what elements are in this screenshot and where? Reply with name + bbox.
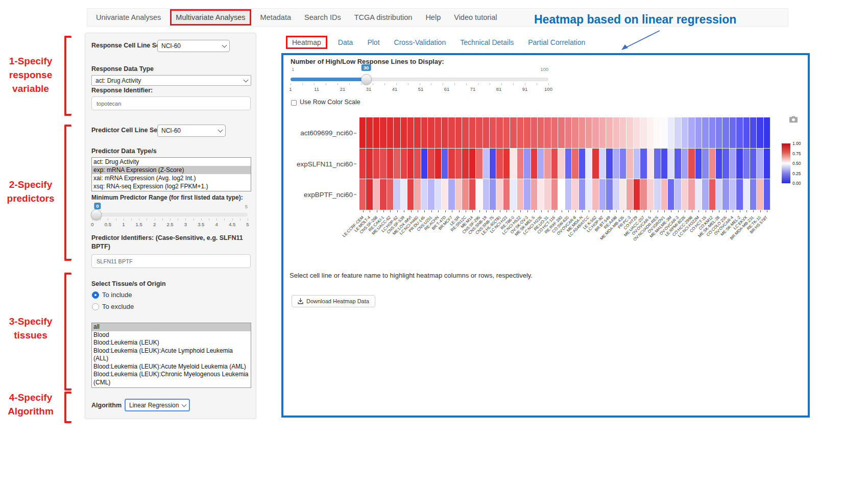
tissue-option[interactable]: Blood [92, 331, 251, 339]
heatmap-cell [551, 149, 558, 179]
heatmap-row-label[interactable]: expBPTF_nci60 [304, 190, 353, 198]
heatmap-cell [674, 149, 681, 179]
heatmap-cell [640, 179, 647, 210]
heatmap-cell [722, 117, 729, 148]
heatmap-cell [442, 179, 448, 210]
heatmap-row [359, 117, 770, 148]
predictor-identifiers-input[interactable]: SLFN11 BPTF [91, 254, 251, 268]
download-heatmap-data-button[interactable]: Download Heatmap Data [292, 295, 375, 307]
tissue-include-radio[interactable] [92, 291, 99, 299]
heatmap-row-label[interactable]: expSLFN11_nci60 [297, 160, 353, 167]
heatmap-cell [565, 179, 572, 210]
heatmap-cell [428, 179, 435, 210]
heatmap-cell [394, 179, 400, 210]
slider-max-label: 5 [245, 204, 248, 209]
lines-slider[interactable]: 1 100 30 1112131415161718191100 [291, 64, 548, 95]
heatmap-cell [401, 117, 407, 148]
predictor-data-type-option[interactable]: xai: mRNA Expression (Avg. log2 Int.) [92, 174, 251, 182]
nav-item-help[interactable]: Help [419, 9, 447, 26]
heatmap-cell [476, 179, 483, 210]
heatmap-cell [592, 149, 599, 179]
predictor-data-type-option[interactable]: exp: mRNA Expression (Z-Score) [92, 166, 251, 174]
nav-item-univariate-analyses[interactable]: Univariate Analyses [89, 9, 167, 26]
slider-tick-label: 5 [246, 222, 249, 227]
colorbar-labels: 1.000.750.500.250.00 [792, 143, 810, 183]
heatmap-cell [661, 149, 668, 179]
tab-partial-correlation[interactable]: Partial Correlation [523, 36, 590, 48]
heatmap-cell [558, 117, 565, 148]
heatmap-cell [764, 149, 770, 179]
heatmap-grid[interactable] [359, 117, 770, 210]
camera-icon[interactable] [789, 115, 798, 123]
tissue-option[interactable]: Blood:Leukemia (LEUK) [92, 339, 251, 347]
predictor-cell-line-set-select[interactable]: NCI-60 [157, 125, 226, 137]
slider-tick-label: 1 [289, 86, 292, 92]
heatmap-cell [626, 149, 633, 179]
heatmap-cell [674, 117, 681, 148]
slider-tick-label: 0.5 [105, 222, 111, 227]
response-cell-line-set-select[interactable]: NCI-60 [157, 40, 230, 52]
tab-cross-validation[interactable]: Cross-Validation [389, 36, 451, 48]
nav-item-video-tutorial[interactable]: Video tutorial [447, 9, 503, 26]
heatmap-cell [538, 179, 544, 210]
heatmap-cell [496, 117, 503, 148]
slider-track[interactable] [92, 213, 248, 216]
heatmap-cell [558, 149, 565, 179]
heatmap-cell [531, 179, 538, 210]
tissue-option[interactable]: all [92, 323, 251, 331]
algorithm-label: Algorithm [91, 402, 122, 409]
slider-tick-label: 2 [153, 222, 156, 227]
heatmap-cell [455, 149, 462, 179]
heatmap-cell [764, 179, 770, 210]
heatmap-row [359, 149, 770, 179]
tissue-option[interactable]: Blood:Leukemia (LEUK):Acute Myeloid Leuk… [92, 363, 251, 371]
heatmap-cell [394, 117, 400, 148]
nav-item-multivariate-analyses[interactable]: Multivariate Analyses [170, 9, 251, 26]
nav-item-metadata[interactable]: Metadata [254, 9, 298, 26]
response-data-type-select[interactable]: act: Drug Activity [91, 75, 251, 86]
heatmap-cell [496, 179, 503, 210]
algorithm-select[interactable]: Linear Regression [125, 399, 190, 411]
heatmap-cell [654, 149, 661, 179]
heatmap-cell [565, 149, 572, 179]
heatmap-cell [647, 179, 654, 210]
tissue-option[interactable]: Blood:Leukemia (LEUK):Chronic Myelogenou… [92, 371, 251, 386]
heatmap-cell [661, 179, 668, 210]
heatmap-cell [722, 149, 729, 179]
predictor-data-types-listbox[interactable]: act: Drug Activityexp: mRNA Expression (… [91, 157, 251, 191]
heatmap-cell [483, 149, 490, 179]
tissue-option[interactable]: Blood:Leukemia (LEUK):Acute Lymphoid Leu… [92, 347, 251, 363]
tissue-exclude-radio[interactable] [92, 303, 99, 310]
nav-item-search-ids[interactable]: Search IDs [298, 9, 348, 26]
heatmap-cell [695, 149, 702, 179]
heatmap-column-labels: LE:CCRF-CEMLE:MOLT-4CNS:SF-268RE:CAKI-1M… [359, 212, 770, 263]
predictor-data-type-option[interactable]: xsq: RNA-seq Expression (log2 FPKM+1.) [92, 182, 251, 190]
tab-plot[interactable]: Plot [362, 36, 384, 48]
response-data-type-label: Response Data Type [91, 65, 154, 72]
heatmap-cell [640, 117, 647, 148]
heatmap-cell [730, 179, 736, 210]
tissue-listbox[interactable]: allBloodBlood:Leukemia (LEUK)Blood:Leuke… [91, 323, 251, 388]
heatmap-cell [524, 117, 531, 148]
annotation-heading: Heatmap based on linear regression [534, 13, 736, 27]
heatmap-cell [586, 179, 592, 210]
heatmap-cell [366, 117, 373, 148]
response-identifier-input[interactable]: topotecan [91, 96, 251, 110]
slider-tick-label: 11 [314, 86, 319, 92]
slider-tick-label: 91 [522, 86, 528, 92]
heatmap-cell [709, 117, 716, 148]
nav-item-tcga-distribution[interactable]: TCGA distribution [348, 9, 419, 26]
annotation-bracket-2 [64, 125, 71, 261]
min-predictor-range-slider[interactable]: 0 5 00.511.522.533.544.55 [92, 203, 248, 232]
heatmap-cell [558, 179, 565, 210]
tab-technical-details[interactable]: Technical Details [455, 36, 519, 48]
row-color-scale-checkbox[interactable] [291, 100, 297, 106]
tab-data[interactable]: Data [333, 36, 358, 48]
heatmap-cell [421, 179, 428, 210]
tab-heatmap[interactable]: Heatmap [286, 36, 327, 49]
response-identifier-value: topotecan [97, 101, 121, 107]
predictor-data-types-label: Predictor Data Type/s [91, 148, 157, 155]
heatmap-cell [455, 117, 462, 148]
predictor-data-type-option[interactable]: act: Drug Activity [92, 158, 251, 166]
heatmap-row-label[interactable]: act609699_nci60 [300, 129, 353, 137]
